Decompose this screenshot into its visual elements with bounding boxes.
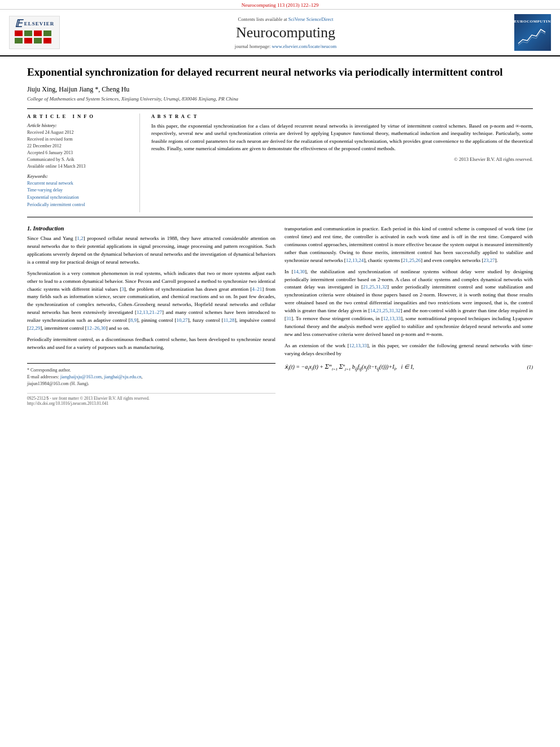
email-label: E-mail addresses: (27, 374, 59, 379)
keywords-label: Keywords: (27, 173, 133, 179)
body-right-p2: In [14,30], the stabilization and synchr… (285, 268, 533, 339)
footnote-corresponding: * Corresponding author. (27, 367, 275, 374)
abstract-text: In this paper, the exponential synchroni… (151, 123, 533, 153)
communicated-by: Communicated by S. Arik (27, 157, 75, 162)
svg-rect-2 (34, 30, 42, 36)
badge-chart-icon (517, 24, 548, 46)
journal-homepage: journal homepage: www.elsevier.com/locat… (65, 43, 506, 49)
article-meta: A R T I C L E I N F O Article history: R… (27, 108, 533, 217)
body-right-p3: As an extension of the work [12,13,33], … (285, 342, 533, 358)
abstract-copyright: © 2013 Elsevier B.V. All rights reserved… (151, 156, 533, 162)
left-column: 1. Introduction Since Chua and Yang [1,2… (27, 225, 275, 406)
journal-center: Contents lists available at SciVerse Sci… (65, 16, 506, 49)
ref-14-30[interactable]: 14,30 (294, 269, 305, 274)
formula-1-number: (1) (527, 364, 533, 370)
abstract-label: A B S T R A C T (151, 113, 533, 119)
ref-31[interactable]: 31 (286, 316, 291, 321)
elsevier-wordmark: ELSEVIER (24, 21, 55, 27)
email-2[interactable]: jianghai@xju.edu.cn (104, 374, 141, 379)
received-label-2: Received in revised form (27, 137, 73, 142)
neurocomputing-badge: NEUROCOMPUTING (514, 14, 551, 51)
keyword-3: Exponential synchronization (27, 194, 133, 202)
journal-title: Neurocomputing (65, 24, 506, 41)
ref-12-30[interactable]: 12–26,30 (87, 325, 106, 331)
svg-rect-7 (43, 38, 51, 43)
svg-rect-6 (34, 38, 42, 43)
journal-citation: Neurocomputing 113 (2013) 122–129 (0, 0, 560, 10)
available-online: Available online 14 March 2013 (27, 164, 85, 169)
authors-line: Jiuju Xing, Haijun Jiang *, Cheng Hu (27, 85, 533, 94)
ref-11-28[interactable]: 11,28 (224, 317, 235, 323)
body-left-p1: Since Chua and Yang [1,2] proposed cellu… (27, 235, 275, 267)
section-1-title: 1. Introduction (27, 225, 275, 231)
homepage-link[interactable]: www.elsevier.com/locate/neucom (272, 43, 336, 49)
badge-text: NEUROCOMPUTING (511, 19, 554, 24)
sciverse-link[interactable]: SciVerse ScienceDirect (288, 16, 334, 22)
elsevier-logo-box: 𝔼 ELSEVIER (9, 16, 60, 49)
elsevier-tree-icon (12, 30, 57, 46)
authors-text: Jiuju Xing, Haijun Jiang *, Cheng Hu (27, 85, 129, 93)
history-label: Article history: (27, 123, 133, 128)
svg-rect-0 (15, 30, 23, 36)
sciverse-line: Contents lists available at SciVerse Sci… (65, 16, 506, 22)
body-columns: 1. Introduction Since Chua and Yang [1,2… (27, 225, 533, 406)
keyword-2: Time-varying delay (27, 187, 133, 194)
keywords-section: Keywords: Recurrent neural network Time-… (27, 173, 133, 209)
ref-12-24[interactable]: 12,13,24 (346, 257, 364, 263)
formula-1-text: ẋi(t) = −aixi(t) + Σml=1 Σnj=1 bijfij(xj… (285, 362, 414, 372)
ref-12-33-2[interactable]: 12,13,33 (349, 343, 367, 348)
history-dates: Received 24 August 2012 Received in revi… (27, 129, 133, 170)
footnote-area: * Corresponding author. E-mail addresses… (27, 363, 275, 387)
ref-10-27[interactable]: 10,27 (177, 317, 188, 323)
keyword-1: Recurrent neural network (27, 180, 133, 187)
bottom-bar: 0925-2312/$ - see front matter © 2013 El… (27, 393, 275, 406)
ref-23-27[interactable]: 23,27 (483, 257, 495, 263)
journal-header: 𝔼 ELSEVIER Contents lists available at S… (0, 10, 560, 56)
ref-8-9[interactable]: 8,9 (130, 317, 137, 323)
ref-4-21[interactable]: 4–21 (252, 286, 262, 292)
ref-21-32[interactable]: 21,25,31,32 (363, 284, 387, 290)
doi-line: http://dx.doi.org/10.1016/j.neucom.2013.… (27, 401, 275, 406)
footnote-email2: jiujun13984@163.com (H. Jiang). (27, 381, 275, 387)
article-info: A R T I C L E I N F O Article history: R… (27, 113, 140, 212)
citation-text: Neurocomputing 113 (2013) 122–129 (242, 2, 318, 8)
svg-rect-1 (24, 30, 32, 36)
ref-1-2[interactable]: 1,2 (77, 235, 83, 241)
ref-14-32[interactable]: 14,21,25,31,32 (370, 308, 400, 313)
body-left-p3: Periodically intermittent control, as a … (27, 336, 275, 352)
elsevier-logo-container: 𝔼 ELSEVIER (9, 16, 60, 49)
elsevier-logo: 𝔼 ELSEVIER (15, 19, 55, 29)
received-date-1: Received 24 August 2012 (27, 130, 73, 135)
affiliation: College of Mathematics and System Scienc… (27, 96, 533, 102)
contents-text: Contents lists available at (238, 16, 287, 22)
article-content: Exponential synchronization for delayed … (0, 56, 560, 415)
svg-rect-4 (15, 38, 23, 43)
neurocomputing-badge-container: NEUROCOMPUTING (511, 14, 551, 51)
formula-1: ẋi(t) = −aixi(t) + Σml=1 Σnj=1 bijfij(xj… (285, 362, 533, 372)
homepage-label: journal homepage: (235, 43, 271, 49)
article-info-label: A R T I C L E I N F O (27, 113, 133, 119)
svg-rect-3 (43, 30, 51, 36)
keyword-4: Periodically intermittent control (27, 202, 133, 209)
article-history: Article history: Received 24 August 2012… (27, 123, 133, 170)
received-date-2: 22 December 2012 (27, 143, 62, 148)
body-left-p2: Synchronization is a very common phenome… (27, 270, 275, 333)
issn-line: 0925-2312/$ - see front matter © 2013 El… (27, 396, 275, 401)
ref-21-26[interactable]: 21,25,26 (403, 257, 421, 263)
ref-3[interactable]: 3 (121, 286, 124, 292)
svg-rect-5 (24, 38, 32, 43)
elsevier-e-icon: 𝔼 (15, 19, 22, 29)
ref-12-33[interactable]: 12,13,33 (383, 316, 401, 321)
article-title: Exponential synchronization for delayed … (27, 65, 533, 80)
abstract-section: A B S T R A C T In this paper, the expon… (151, 113, 533, 212)
right-column: transportation and communication in prac… (285, 225, 533, 406)
accepted-date: Accepted 6 January 2013 (27, 150, 73, 155)
ref-12-27[interactable]: 12,13,21–27 (137, 309, 162, 315)
email-1[interactable]: jianghaijxju@163.com (60, 374, 102, 379)
ref-22-29[interactable]: 22,29 (29, 325, 40, 331)
body-right-p1: transportation and communication in prac… (285, 225, 533, 265)
footnote-email: E-mail addresses: jianghaijxju@163.com, … (27, 374, 275, 381)
